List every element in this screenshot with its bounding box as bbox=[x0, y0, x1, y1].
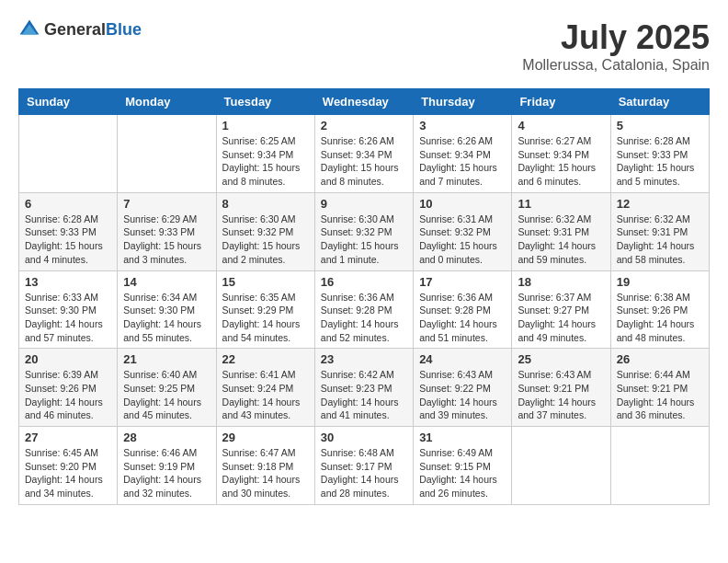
calendar-cell bbox=[512, 427, 610, 505]
calendar-cell: 19Sunrise: 6:38 AM Sunset: 9:26 PM Dayli… bbox=[610, 270, 709, 349]
calendar-cell: 18Sunrise: 6:37 AM Sunset: 9:27 PM Dayli… bbox=[512, 270, 610, 349]
day-detail: Sunrise: 6:26 AM Sunset: 9:34 PM Dayligh… bbox=[419, 134, 506, 189]
calendar-cell: 16Sunrise: 6:36 AM Sunset: 9:28 PM Dayli… bbox=[314, 270, 413, 349]
day-number: 8 bbox=[222, 197, 309, 211]
day-number: 13 bbox=[25, 275, 111, 289]
calendar-cell: 14Sunrise: 6:34 AM Sunset: 9:30 PM Dayli… bbox=[118, 270, 216, 349]
location: Mollerussa, Catalonia, Spain bbox=[522, 57, 710, 74]
day-number: 24 bbox=[419, 352, 506, 366]
day-detail: Sunrise: 6:25 AM Sunset: 9:34 PM Dayligh… bbox=[222, 134, 309, 189]
calendar-cell: 11Sunrise: 6:32 AM Sunset: 9:31 PM Dayli… bbox=[512, 192, 610, 270]
calendar-cell: 4Sunrise: 6:27 AM Sunset: 9:34 PM Daylig… bbox=[512, 115, 610, 193]
day-number: 17 bbox=[419, 275, 506, 289]
day-detail: Sunrise: 6:29 AM Sunset: 9:33 PM Dayligh… bbox=[123, 213, 210, 267]
day-detail: Sunrise: 6:28 AM Sunset: 9:33 PM Dayligh… bbox=[617, 134, 703, 189]
day-number: 15 bbox=[222, 275, 309, 289]
logo-blue: Blue bbox=[106, 20, 142, 39]
calendar-week-row: 27Sunrise: 6:45 AM Sunset: 9:20 PM Dayli… bbox=[19, 427, 710, 505]
day-detail: Sunrise: 6:42 AM Sunset: 9:23 PM Dayligh… bbox=[321, 368, 407, 422]
day-detail: Sunrise: 6:48 AM Sunset: 9:17 PM Dayligh… bbox=[321, 446, 407, 500]
calendar-cell: 25Sunrise: 6:43 AM Sunset: 9:21 PM Dayli… bbox=[512, 349, 610, 427]
day-number: 10 bbox=[419, 197, 506, 211]
day-number: 9 bbox=[321, 197, 407, 211]
day-detail: Sunrise: 6:32 AM Sunset: 9:31 PM Dayligh… bbox=[617, 213, 703, 267]
calendar-cell: 31Sunrise: 6:49 AM Sunset: 9:15 PM Dayli… bbox=[414, 427, 512, 505]
day-detail: Sunrise: 6:36 AM Sunset: 9:28 PM Dayligh… bbox=[321, 291, 407, 345]
calendar-week-row: 1Sunrise: 6:25 AM Sunset: 9:34 PM Daylig… bbox=[19, 115, 710, 193]
day-detail: Sunrise: 6:36 AM Sunset: 9:28 PM Dayligh… bbox=[419, 291, 506, 345]
day-detail: Sunrise: 6:47 AM Sunset: 9:18 PM Dayligh… bbox=[222, 446, 309, 500]
calendar-week-row: 6Sunrise: 6:28 AM Sunset: 9:33 PM Daylig… bbox=[19, 192, 710, 270]
day-detail: Sunrise: 6:44 AM Sunset: 9:21 PM Dayligh… bbox=[617, 368, 703, 422]
calendar-header-row: SundayMondayTuesdayWednesdayThursdayFrid… bbox=[19, 89, 710, 115]
calendar-cell: 6Sunrise: 6:28 AM Sunset: 9:33 PM Daylig… bbox=[19, 192, 118, 270]
day-detail: Sunrise: 6:30 AM Sunset: 9:32 PM Dayligh… bbox=[321, 213, 407, 267]
calendar-cell: 5Sunrise: 6:28 AM Sunset: 9:33 PM Daylig… bbox=[610, 115, 709, 193]
day-number: 2 bbox=[321, 119, 407, 132]
day-number: 26 bbox=[617, 352, 703, 366]
day-detail: Sunrise: 6:30 AM Sunset: 9:32 PM Dayligh… bbox=[222, 213, 309, 267]
day-number: 18 bbox=[518, 275, 604, 289]
calendar-cell: 21Sunrise: 6:40 AM Sunset: 9:25 PM Dayli… bbox=[118, 349, 216, 427]
day-detail: Sunrise: 6:28 AM Sunset: 9:33 PM Dayligh… bbox=[25, 213, 111, 267]
page-header: GeneralBlue July 2025 Mollerussa, Catalo… bbox=[18, 18, 710, 74]
day-detail: Sunrise: 6:45 AM Sunset: 9:20 PM Dayligh… bbox=[25, 446, 111, 500]
day-number: 12 bbox=[617, 197, 703, 211]
calendar-cell: 27Sunrise: 6:45 AM Sunset: 9:20 PM Dayli… bbox=[19, 427, 118, 505]
day-number: 22 bbox=[222, 352, 309, 366]
calendar-cell: 30Sunrise: 6:48 AM Sunset: 9:17 PM Dayli… bbox=[314, 427, 413, 505]
day-number: 30 bbox=[321, 431, 407, 444]
calendar-cell: 3Sunrise: 6:26 AM Sunset: 9:34 PM Daylig… bbox=[414, 115, 512, 193]
day-detail: Sunrise: 6:40 AM Sunset: 9:25 PM Dayligh… bbox=[123, 368, 210, 422]
calendar-cell: 26Sunrise: 6:44 AM Sunset: 9:21 PM Dayli… bbox=[610, 349, 709, 427]
day-detail: Sunrise: 6:26 AM Sunset: 9:34 PM Dayligh… bbox=[321, 134, 407, 189]
day-detail: Sunrise: 6:31 AM Sunset: 9:32 PM Dayligh… bbox=[419, 213, 506, 267]
calendar-week-row: 20Sunrise: 6:39 AM Sunset: 9:26 PM Dayli… bbox=[19, 349, 710, 427]
day-number: 6 bbox=[25, 197, 111, 211]
calendar-cell: 10Sunrise: 6:31 AM Sunset: 9:32 PM Dayli… bbox=[414, 192, 512, 270]
title-block: July 2025 Mollerussa, Catalonia, Spain bbox=[522, 18, 710, 74]
calendar-header-sunday: Sunday bbox=[19, 89, 118, 115]
day-number: 1 bbox=[222, 119, 309, 132]
calendar-table: SundayMondayTuesdayWednesdayThursdayFrid… bbox=[18, 88, 710, 505]
day-number: 21 bbox=[123, 352, 210, 366]
day-number: 14 bbox=[123, 275, 210, 289]
calendar-cell: 7Sunrise: 6:29 AM Sunset: 9:33 PM Daylig… bbox=[118, 192, 216, 270]
calendar-cell: 13Sunrise: 6:33 AM Sunset: 9:30 PM Dayli… bbox=[19, 270, 118, 349]
day-detail: Sunrise: 6:38 AM Sunset: 9:26 PM Dayligh… bbox=[617, 291, 703, 345]
day-number: 20 bbox=[25, 352, 111, 366]
day-detail: Sunrise: 6:41 AM Sunset: 9:24 PM Dayligh… bbox=[222, 368, 309, 422]
logo: GeneralBlue bbox=[18, 18, 142, 40]
day-number: 4 bbox=[518, 119, 604, 132]
calendar-header-saturday: Saturday bbox=[610, 89, 709, 115]
calendar-cell: 23Sunrise: 6:42 AM Sunset: 9:23 PM Dayli… bbox=[314, 349, 413, 427]
day-detail: Sunrise: 6:32 AM Sunset: 9:31 PM Dayligh… bbox=[518, 213, 604, 267]
calendar-header-thursday: Thursday bbox=[414, 89, 512, 115]
calendar-cell: 8Sunrise: 6:30 AM Sunset: 9:32 PM Daylig… bbox=[216, 192, 314, 270]
calendar-cell bbox=[118, 115, 216, 193]
logo-general: General bbox=[44, 20, 106, 39]
calendar-cell: 9Sunrise: 6:30 AM Sunset: 9:32 PM Daylig… bbox=[314, 192, 413, 270]
calendar-cell: 28Sunrise: 6:46 AM Sunset: 9:19 PM Dayli… bbox=[118, 427, 216, 505]
day-detail: Sunrise: 6:43 AM Sunset: 9:21 PM Dayligh… bbox=[518, 368, 604, 422]
calendar-cell bbox=[610, 427, 709, 505]
calendar-cell: 12Sunrise: 6:32 AM Sunset: 9:31 PM Dayli… bbox=[610, 192, 709, 270]
calendar-header-tuesday: Tuesday bbox=[216, 89, 314, 115]
day-number: 31 bbox=[419, 431, 506, 444]
day-number: 16 bbox=[321, 275, 407, 289]
calendar-week-row: 13Sunrise: 6:33 AM Sunset: 9:30 PM Dayli… bbox=[19, 270, 710, 349]
calendar-cell: 24Sunrise: 6:43 AM Sunset: 9:22 PM Dayli… bbox=[414, 349, 512, 427]
calendar-cell: 20Sunrise: 6:39 AM Sunset: 9:26 PM Dayli… bbox=[19, 349, 118, 427]
day-detail: Sunrise: 6:33 AM Sunset: 9:30 PM Dayligh… bbox=[25, 291, 111, 345]
day-number: 3 bbox=[419, 119, 506, 132]
day-number: 27 bbox=[25, 431, 111, 444]
day-number: 23 bbox=[321, 352, 407, 366]
calendar-cell: 1Sunrise: 6:25 AM Sunset: 9:34 PM Daylig… bbox=[216, 115, 314, 193]
day-number: 25 bbox=[518, 352, 604, 366]
calendar-header-wednesday: Wednesday bbox=[314, 89, 413, 115]
month-title: July 2025 bbox=[522, 18, 710, 57]
day-number: 7 bbox=[123, 197, 210, 211]
day-detail: Sunrise: 6:35 AM Sunset: 9:29 PM Dayligh… bbox=[222, 291, 309, 345]
calendar-cell: 29Sunrise: 6:47 AM Sunset: 9:18 PM Dayli… bbox=[216, 427, 314, 505]
calendar-header-friday: Friday bbox=[512, 89, 610, 115]
